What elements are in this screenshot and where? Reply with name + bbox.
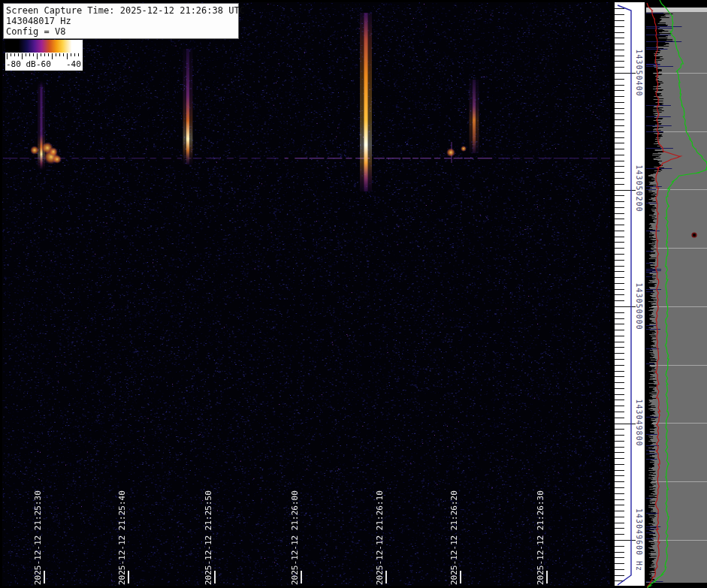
db-tick [7, 53, 8, 59]
db-tick [67, 53, 68, 59]
db-tick [59, 53, 60, 56]
db-tick [56, 53, 56, 56]
db-tick [11, 53, 11, 56]
time-label: 2025-12-12 21:25:30 [33, 490, 43, 585]
db-tick [26, 53, 26, 56]
time-tick [301, 571, 302, 583]
db-tick [41, 53, 41, 56]
db-tick [44, 53, 45, 56]
waterfall-display[interactable] [2, 2, 610, 586]
capture-info-box: Screen Capture Time: 2025-12-12 21:26:38… [3, 3, 239, 39]
db-tick [52, 53, 53, 59]
db-tick [63, 53, 64, 56]
config-text: Config = V8 [6, 26, 236, 37]
frequency-label: 143050200 [635, 164, 643, 212]
time-tick [214, 571, 216, 583]
color-gradient-bar [5, 40, 83, 53]
color-scale-legend[interactable]: -80 dB -60 -40 [5, 40, 83, 71]
frequency-label: 143049600 Hz [635, 508, 643, 571]
time-tick [44, 571, 45, 583]
db-tick [33, 53, 34, 56]
time-label: 2025-12-12 21:26:10 [375, 490, 385, 585]
frequency-label: 143049800 [635, 399, 643, 446]
capture-time-text: Screen Capture Time: 2025-12-12 21:26:38… [6, 5, 236, 16]
time-label: 2025-12-12 21:25:50 [204, 490, 213, 585]
frequency-label: 143050000 [635, 282, 643, 330]
color-scale-labels: -80 dB -60 -40 [5, 59, 83, 70]
db-tick [22, 53, 23, 59]
frequency-text: 143048017 Hz [6, 16, 236, 26]
spectrum-lab-window: 2025-12-12 21:25:302025-12-12 21:25:4020… [0, 0, 707, 588]
time-label: 2025-12-12 21:26:30 [536, 490, 545, 585]
db-tick [14, 53, 15, 56]
db-tick [18, 53, 19, 56]
time-tick [460, 571, 461, 583]
time-label: 2025-12-12 21:25:40 [117, 490, 127, 585]
db-tick [74, 53, 75, 56]
db-tick [48, 53, 49, 56]
color-scale-ticks [7, 53, 81, 59]
db-tick [37, 53, 38, 59]
time-tick [128, 571, 129, 583]
db-tick [71, 53, 71, 56]
db-label-mid: -60 [36, 59, 51, 69]
time-label: 2025-12-12 21:26:20 [449, 490, 459, 585]
time-tick [546, 571, 548, 583]
time-tick [385, 571, 387, 583]
time-label: 2025-12-12 21:26:00 [290, 490, 300, 585]
db-label-end: -40 [66, 59, 81, 69]
db-tick [78, 53, 79, 56]
spectrum-analyzer-panel[interactable] [646, 0, 707, 588]
db-tick [29, 53, 30, 56]
frequency-label: 143050400 [635, 49, 643, 96]
db-label-start: -80 dB [6, 59, 36, 69]
